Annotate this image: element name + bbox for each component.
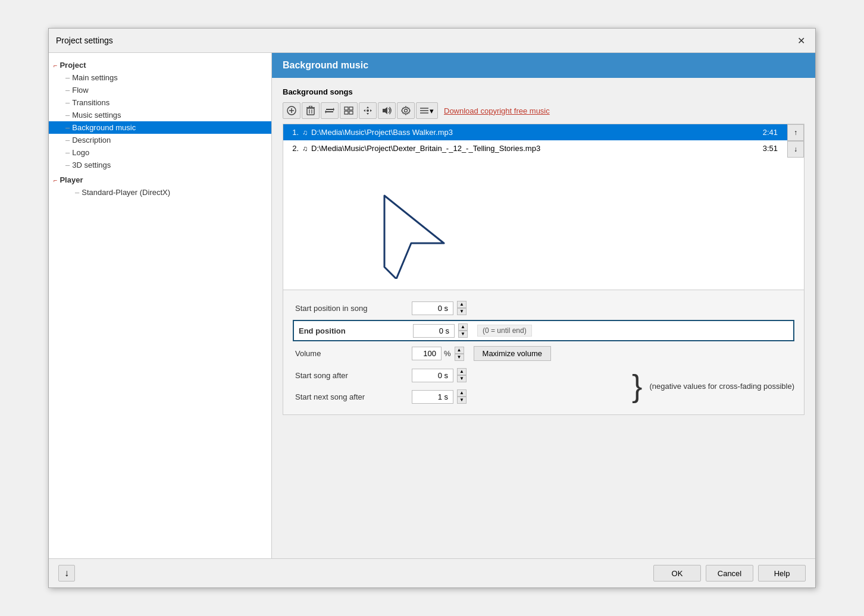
svg-point-18 — [367, 109, 369, 112]
end-position-note: (0 = until end) — [477, 325, 532, 337]
add-song-button[interactable] — [283, 102, 300, 119]
crossfade-note: (negative values for cross-fading possib… — [649, 382, 794, 391]
download-copyright-link[interactable]: Download copyright free music — [444, 106, 550, 115]
settings-panel: Start position in song ▲ ▼ En — [283, 290, 804, 415]
loop-icon — [325, 106, 334, 115]
grid-button[interactable] — [340, 102, 358, 119]
move-icon — [363, 106, 372, 115]
end-position-spinner: ▲ ▼ (0 = until end) — [413, 323, 532, 338]
start-song-down-btn[interactable]: ▼ — [457, 375, 467, 382]
brace-icon: } — [632, 370, 642, 401]
toolbar: ▾ Download copyright free music — [283, 102, 804, 119]
sidebar-item-standard-player[interactable]: – Standard-Player (DirectX) — [49, 186, 271, 199]
sidebar-item-flow[interactable]: – Flow — [49, 84, 271, 96]
end-position-input[interactable] — [413, 324, 455, 338]
start-position-up-btn[interactable]: ▲ — [457, 301, 467, 308]
music-icon: ♫ — [302, 128, 308, 137]
sidebar-item-3d-settings[interactable]: – 3D settings — [49, 159, 271, 171]
song-move-buttons: ↑ ↓ — [787, 124, 804, 158]
list-dropdown-button[interactable]: ▾ — [416, 102, 438, 119]
section-header: Background music — [272, 53, 815, 78]
down-icon: ↓ — [64, 568, 69, 579]
start-position-row: Start position in song ▲ ▼ — [293, 297, 794, 319]
sidebar-item-music-settings[interactable]: – Music settings — [49, 109, 271, 121]
start-song-up-btn[interactable]: ▲ — [457, 368, 467, 375]
cancel-button[interactable]: Cancel — [706, 565, 753, 582]
start-next-spin-btns: ▲ ▼ — [457, 389, 467, 404]
start-position-spinner: ▲ ▼ — [412, 301, 467, 315]
volume-button[interactable] — [378, 102, 396, 119]
main-content: Background music Background songs — [272, 53, 815, 558]
down-button[interactable]: ↓ — [58, 565, 75, 582]
sidebar-item-project[interactable]: ⌐ Project — [49, 59, 271, 71]
move-up-button[interactable]: ↑ — [787, 124, 804, 141]
project-settings-dialog: Project settings ✕ ⌐ Project – Main sett… — [48, 28, 816, 588]
start-song-spinner: ▲ ▼ — [412, 368, 467, 382]
move-down-button[interactable]: ↓ — [787, 141, 804, 158]
volume-input-wrap: % ▲ ▼ Maximize volume — [412, 346, 551, 361]
end-position-up-btn[interactable]: ▲ — [458, 323, 468, 331]
gear-button[interactable] — [397, 102, 415, 119]
close-button[interactable]: ✕ — [794, 33, 808, 48]
move-button[interactable] — [359, 102, 377, 119]
delete-song-button[interactable] — [302, 102, 320, 119]
maximize-volume-button[interactable]: Maximize volume — [474, 346, 551, 361]
down-arrow-icon: ↓ — [794, 145, 797, 153]
ok-button[interactable]: OK — [653, 565, 701, 582]
volume-up-btn[interactable]: ▲ — [455, 347, 464, 354]
start-song-spin-btns: ▲ ▼ — [457, 368, 467, 382]
song-number: 1. — [288, 128, 299, 137]
svg-marker-16 — [364, 109, 365, 112]
sidebar-item-player[interactable]: ⌐ Player — [49, 174, 271, 186]
sidebar-item-label: Logo — [72, 148, 89, 157]
start-song-label: Start song after — [293, 371, 412, 380]
end-position-row: End position ▲ ▼ (0 = until end) — [293, 320, 794, 341]
tree-connector: ⌐ — [54, 62, 57, 69]
gear-icon — [401, 106, 411, 115]
sidebar-item-label: 3D settings — [72, 161, 111, 169]
sidebar-item-description[interactable]: – Description — [49, 134, 271, 146]
dialog-title: Project settings — [56, 36, 113, 45]
help-button[interactable]: Help — [758, 565, 806, 582]
end-position-label: End position — [294, 326, 413, 335]
tree-connector: ⌐ — [54, 177, 57, 184]
footer-left: ↓ — [58, 565, 75, 582]
svg-rect-13 — [349, 111, 353, 114]
sidebar-item-label: Background music — [72, 123, 136, 132]
song-item-1[interactable]: 1. ♫ D:\Media\Music\Project\Bass Walker.… — [283, 124, 804, 140]
start-position-down-btn[interactable]: ▼ — [457, 308, 467, 315]
svg-point-20 — [405, 109, 408, 112]
start-next-up-btn[interactable]: ▲ — [457, 389, 467, 397]
start-position-input[interactable] — [412, 301, 453, 315]
volume-spin-btns: ▲ ▼ — [455, 347, 464, 361]
start-position-label: Start position in song — [293, 304, 412, 313]
end-position-spin-btns: ▲ ▼ — [458, 323, 468, 338]
song-item-2[interactable]: 2. ♫ D:\Media\Music\Project\Dexter_Brita… — [283, 140, 804, 156]
up-arrow-icon: ↑ — [794, 128, 797, 137]
sidebar-item-logo[interactable]: – Logo — [49, 146, 271, 159]
volume-down-btn[interactable]: ▼ — [455, 354, 464, 361]
start-song-input[interactable] — [412, 369, 453, 382]
end-position-down-btn[interactable]: ▼ — [458, 331, 468, 338]
sidebar-item-label: Music settings — [72, 111, 121, 120]
volume-icon — [382, 106, 392, 115]
sidebar-item-transitions[interactable]: – Transitions — [49, 96, 271, 109]
song-duration: 3:51 — [757, 144, 778, 153]
volume-input[interactable] — [412, 347, 442, 360]
list-icon — [420, 107, 428, 114]
grid-icon — [344, 106, 353, 115]
start-next-down-btn[interactable]: ▼ — [457, 397, 467, 404]
loop-button[interactable] — [321, 102, 339, 119]
sidebar-item-main-settings[interactable]: – Main settings — [49, 71, 271, 84]
dropdown-arrow: ▾ — [430, 106, 434, 115]
crossfade-inputs: Start song after ▲ ▼ — [293, 364, 627, 407]
song-path: D:\Media\Music\Project\Dexter_Britain_-_… — [311, 144, 753, 153]
sidebar-item-background-music[interactable]: – Background music — [49, 121, 271, 134]
sidebar-item-label: Description — [72, 136, 111, 144]
start-next-row: Start next song after ▲ ▼ — [293, 386, 627, 407]
volume-label: Volume — [293, 349, 412, 358]
start-next-input[interactable] — [412, 390, 453, 404]
volume-unit: % — [444, 349, 451, 358]
sidebar-item-label: Flow — [72, 86, 88, 95]
start-position-spin-btns: ▲ ▼ — [457, 301, 467, 315]
